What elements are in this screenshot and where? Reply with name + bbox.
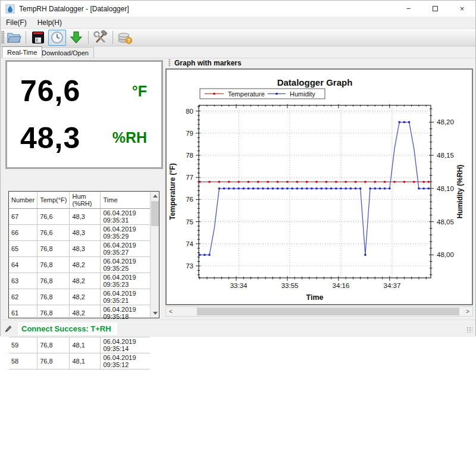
scroll-right-button[interactable]: >	[463, 307, 472, 316]
table-cell: 59	[9, 337, 37, 353]
table-row[interactable]: 6776,648,306.04.2019 09:35:31	[9, 209, 150, 225]
window-title: TempRH Datalogger - [Datalogger]	[19, 5, 129, 13]
toolbar-separator	[112, 31, 113, 44]
graph-horizontal-scrollbar[interactable]: < >	[165, 306, 473, 317]
toolbar: ?	[1, 29, 475, 46]
temperature-unit: °F	[132, 83, 147, 100]
svg-text:76: 76	[186, 196, 193, 203]
table-cell: 66	[9, 225, 37, 241]
table-cell: 48,3	[70, 241, 101, 257]
col-header-temp[interactable]: Temp(°F)	[37, 192, 70, 209]
temperature-row: 76,6 °F	[20, 74, 147, 108]
svg-text:48,20: 48,20	[437, 118, 454, 126]
table-cell: 76,8	[37, 273, 70, 289]
svg-text:78: 78	[186, 152, 193, 159]
open-file-button[interactable]	[5, 30, 23, 46]
graph-panel-header: Graph with markers	[165, 58, 473, 68]
col-header-hum[interactable]: Hum (%RH)	[70, 192, 101, 209]
table-cell: 06.04.2019 09:35:27	[101, 241, 150, 257]
table-row[interactable]: 6576,848,306.04.2019 09:35:27	[9, 241, 150, 257]
scrollbar-thumb[interactable]	[151, 201, 159, 226]
table-cell: 48,2	[70, 289, 101, 305]
datalog-table-panel: Number Temp(°F) Hum (%RH) Time 6776,648,…	[8, 191, 159, 318]
svg-text:48,05: 48,05	[437, 218, 454, 226]
svg-text:80: 80	[186, 108, 193, 115]
green-down-arrow-icon	[69, 30, 83, 45]
title-bar: TempRH Datalogger - [Datalogger] − ×	[1, 1, 475, 17]
table-cell: 76,8	[37, 289, 70, 305]
minimize-button[interactable]: −	[395, 1, 422, 17]
table-cell: 61	[9, 305, 37, 321]
table-cell: 76,8	[37, 305, 70, 321]
table-cell: 67	[9, 209, 37, 225]
svg-text:48,00: 48,00	[437, 251, 454, 258]
table-cell: 06.04.2019 09:35:23	[101, 273, 150, 289]
resize-grip[interactable]	[466, 327, 472, 333]
app-icon	[5, 4, 15, 14]
table-cell: 76,8	[37, 241, 70, 257]
table-row[interactable]: 6676,648,306.04.2019 09:35:29	[9, 225, 150, 241]
table-cell: 64	[9, 257, 37, 273]
hscrollbar-thumb[interactable]	[197, 308, 459, 315]
tab-download-open[interactable]: Download/Open	[36, 47, 94, 58]
temperature-value: 76,6	[20, 74, 80, 108]
table-cell: 48,3	[70, 209, 101, 225]
svg-text:34:37: 34:37	[384, 282, 401, 289]
scroll-up-button[interactable]	[151, 192, 159, 201]
table-vertical-scrollbar[interactable]	[150, 192, 159, 318]
table-cell: 48,2	[70, 257, 101, 273]
save-floppy-icon	[31, 30, 45, 45]
col-header-time[interactable]: Time	[101, 192, 150, 209]
svg-text:Humidity (%RH): Humidity (%RH)	[456, 165, 464, 219]
scroll-left-button[interactable]: <	[166, 307, 176, 316]
table-cell: 76,8	[37, 337, 70, 353]
svg-text:Time: Time	[306, 293, 324, 302]
table-cell: 76,8	[37, 257, 70, 273]
graph-panel: 737475767778798048,0048,0548,1048,1548,2…	[165, 68, 473, 305]
graph-panel-grip[interactable]	[168, 59, 171, 67]
menu-help[interactable]: Help(H)	[32, 17, 67, 28]
tab-real-time[interactable]: Real-Time	[2, 46, 42, 58]
settings-button[interactable]	[92, 30, 109, 46]
table-cell: 76,6	[37, 225, 70, 241]
save-button[interactable]	[29, 30, 47, 46]
table-row[interactable]: 6176,848,206.04.2019 09:35:18	[9, 305, 150, 321]
maximize-button[interactable]	[422, 1, 449, 17]
down-arrow-icon	[153, 312, 158, 315]
table-row[interactable]: 6276,848,206.04.2019 09:35:21	[9, 289, 150, 305]
table-cell: 06.04.2019 09:35:12	[101, 353, 150, 369]
svg-text:73: 73	[186, 262, 193, 270]
table-cell: 48,2	[70, 273, 101, 289]
table-row[interactable]: 5876,848,106.04.2019 09:35:12	[9, 353, 150, 369]
table-row[interactable]: 6376,848,206.04.2019 09:35:23	[9, 273, 150, 289]
svg-text:74: 74	[186, 240, 193, 248]
toolbar-grip[interactable]	[1, 31, 4, 44]
col-header-number[interactable]: Number	[9, 192, 37, 209]
status-bar: Connect Success: T+RH	[1, 320, 475, 337]
clock-icon	[50, 30, 64, 45]
svg-text:75: 75	[186, 218, 193, 226]
logger-time-button[interactable]	[48, 30, 66, 46]
menu-file[interactable]: File(F)	[1, 17, 32, 28]
maximize-icon	[433, 6, 438, 11]
menu-bar: File(F) Help(H)	[1, 17, 475, 29]
svg-text:Humidity: Humidity	[290, 90, 315, 98]
humidity-row: 48,3 %RH	[20, 121, 147, 155]
tools-icon	[93, 30, 108, 45]
svg-text:33:34: 33:34	[230, 282, 248, 289]
svg-text:Datalogger Graph: Datalogger Graph	[277, 77, 353, 87]
tab-strip: Real-Time Download/Open	[1, 46, 475, 58]
app-window: TempRH Datalogger - [Datalogger] − × Fil…	[0, 0, 476, 336]
download-button[interactable]	[67, 30, 85, 46]
screen: TempRH Datalogger - [Datalogger] − × Fil…	[0, 0, 476, 476]
table-cell: 06.04.2019 09:35:21	[101, 289, 150, 305]
svg-text:Temperature (°F): Temperature (°F)	[168, 163, 177, 220]
table-row[interactable]: 6476,848,206.04.2019 09:35:25	[9, 257, 150, 273]
close-button[interactable]: ×	[449, 1, 475, 17]
toolbar-separator	[26, 31, 26, 44]
table-cell: 06.04.2019 09:35:14	[101, 337, 150, 353]
table-row[interactable]: 5976,848,106.04.2019 09:35:14	[9, 337, 150, 353]
scroll-down-button[interactable]	[151, 309, 159, 318]
svg-text:48,15: 48,15	[437, 152, 454, 159]
database-help-button[interactable]: ?	[116, 30, 134, 46]
